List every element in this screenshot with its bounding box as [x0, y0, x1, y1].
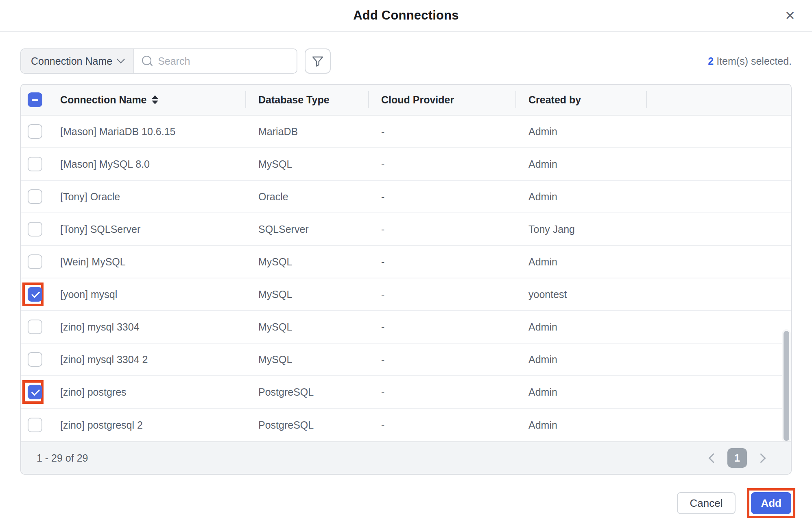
table-row[interactable]: [zino] mysql 3304 MySQL - Admin [21, 311, 791, 344]
table-header: Connection Name Database Type Cloud Prov… [21, 85, 791, 116]
row-checkbox[interactable] [28, 352, 42, 367]
row-checkbox-cell [21, 376, 60, 408]
row-checkbox[interactable] [28, 222, 42, 237]
row-checkbox-cell [21, 311, 60, 343]
cell-connection-name: [Mason] MariaDB 10.6.15 [60, 126, 245, 138]
cell-cloud-provider: - [368, 321, 515, 333]
column-header-created-by[interactable]: Created by [515, 85, 646, 115]
cell-created-by: Admin [515, 191, 646, 203]
table-row[interactable]: [Mason] MySQL 8.0 MySQL - Admin [21, 148, 791, 181]
dialog-title: Add Connections [353, 8, 459, 23]
current-page-badge[interactable]: 1 [727, 448, 747, 468]
cell-created-by: Admin [515, 126, 646, 138]
dialog-actions: Cancel Add [677, 492, 791, 514]
search-input[interactable] [158, 55, 289, 67]
cell-cloud-provider: - [368, 289, 515, 300]
table-row[interactable]: [Tony] Oracle Oracle - Admin [21, 181, 791, 213]
cell-created-by: Admin [515, 256, 646, 268]
column-label: Created by [515, 94, 581, 106]
add-button-wrap: Add [751, 492, 791, 514]
table-row[interactable]: [Mason] MariaDB 10.6.15 MariaDB - Admin [21, 116, 791, 148]
table-body: [Mason] MariaDB 10.6.15 MariaDB - Admin … [21, 116, 791, 441]
row-checkbox[interactable] [28, 287, 42, 302]
table-row[interactable]: [Tony] SQLServer SQLServer - Tony Jang [21, 213, 791, 246]
table-row[interactable]: [zino] postgresql 2 PostgreSQL - Admin [21, 409, 791, 441]
column-header-empty [646, 85, 791, 115]
cell-database-type: SQLServer [245, 223, 368, 235]
table-row[interactable]: [zino] postgres PostgreSQL - Admin [21, 376, 791, 409]
cancel-button[interactable]: Cancel [677, 492, 736, 514]
cell-database-type: MySQL [245, 256, 368, 268]
vertical-scrollbar-thumb[interactable] [784, 331, 789, 441]
column-header-cloud-provider[interactable]: Cloud Provider [368, 85, 515, 115]
select-all-checkbox[interactable] [28, 92, 42, 107]
toolbar: Connection Name 2 Item(s) selected. [20, 32, 792, 90]
cell-created-by: yoontest [515, 289, 646, 300]
next-page-icon[interactable] [756, 452, 768, 464]
filter-button[interactable] [305, 48, 331, 74]
row-checkbox-cell [21, 181, 60, 212]
selection-label: Item(s) selected. [714, 55, 792, 67]
cell-database-type: PostgreSQL [245, 386, 368, 398]
cell-connection-name: [Wein] MySQL [60, 256, 245, 268]
table-footer: 1 - 29 of 29 1 [21, 441, 791, 474]
search-box[interactable] [134, 49, 297, 73]
cell-connection-name: [zino] postgresql 2 [60, 419, 245, 431]
row-checkbox-cell [21, 116, 60, 147]
row-checkbox-cell [21, 246, 60, 278]
dialog-header: Add Connections ✕ [0, 0, 812, 32]
table-row[interactable]: [Wein] MySQL MySQL - Admin [21, 246, 791, 278]
table-row[interactable]: [yoon] mysql MySQL - yoontest [21, 278, 791, 311]
cell-connection-name: [Tony] Oracle [60, 191, 245, 203]
search-field-dropdown[interactable]: Connection Name [21, 49, 134, 73]
cell-cloud-provider: - [368, 354, 515, 366]
cell-cloud-provider: - [368, 223, 515, 235]
cell-cloud-provider: - [368, 158, 515, 170]
pagination-controls: 1 [706, 448, 768, 468]
cell-connection-name: [zino] mysql 3304 [60, 321, 245, 333]
row-checkbox[interactable] [28, 189, 42, 204]
cell-cloud-provider: - [368, 191, 515, 203]
cell-connection-name: [Mason] MySQL 8.0 [60, 158, 245, 170]
row-checkbox[interactable] [28, 124, 42, 139]
row-checkbox[interactable] [28, 320, 42, 334]
cell-connection-name: [zino] mysql 3304 2 [60, 354, 245, 366]
add-button[interactable]: Add [751, 492, 791, 514]
cell-cloud-provider: - [368, 419, 515, 431]
connections-table: Connection Name Database Type Cloud Prov… [20, 84, 792, 475]
cell-cloud-provider: - [368, 126, 515, 138]
row-checkbox[interactable] [28, 157, 42, 171]
column-label: Cloud Provider [368, 94, 454, 106]
toolbar-search-group: Connection Name [20, 48, 331, 74]
table-row[interactable]: [zino] mysql 3304 2 MySQL - Admin [21, 344, 791, 376]
sort-icon[interactable] [152, 95, 158, 104]
column-header-database-type[interactable]: Database Type [245, 85, 368, 115]
column-label: Database Type [245, 94, 330, 106]
pagination-range: 1 - 29 of 29 [37, 452, 88, 464]
search-icon [142, 55, 153, 67]
selection-count: 2 [708, 55, 714, 67]
close-icon[interactable]: ✕ [780, 6, 800, 25]
cell-connection-name: [zino] postgres [60, 386, 245, 398]
cell-created-by: Admin [515, 158, 646, 170]
cell-cloud-provider: - [368, 386, 515, 398]
cell-database-type: PostgreSQL [245, 419, 368, 431]
row-checkbox-cell [21, 213, 60, 245]
header-checkbox-cell [21, 85, 60, 115]
cell-connection-name: [Tony] SQLServer [60, 223, 245, 235]
search-field-group: Connection Name [20, 48, 297, 74]
previous-page-icon[interactable] [706, 452, 718, 464]
cell-database-type: MySQL [245, 321, 368, 333]
cell-database-type: MySQL [245, 354, 368, 366]
cell-created-by: Admin [515, 419, 646, 431]
row-checkbox[interactable] [28, 254, 42, 269]
cell-connection-name: [yoon] mysql [60, 289, 245, 300]
column-header-connection-name[interactable]: Connection Name [60, 85, 245, 115]
cell-created-by: Admin [515, 386, 646, 398]
cell-database-type: MariaDB [245, 126, 368, 138]
row-checkbox[interactable] [28, 418, 42, 432]
row-checkbox[interactable] [28, 385, 42, 399]
cell-created-by: Admin [515, 354, 646, 366]
cell-database-type: MySQL [245, 158, 368, 170]
chevron-down-icon [117, 55, 125, 64]
